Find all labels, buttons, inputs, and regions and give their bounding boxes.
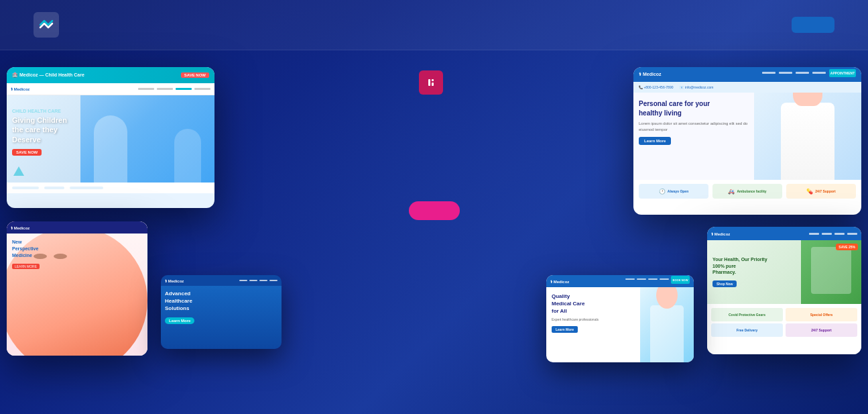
- elementor-badge: [419, 70, 450, 95]
- logo-area: [34, 12, 66, 38]
- navbar: [0, 0, 868, 50]
- hero-section: [0, 50, 868, 220]
- svg-rect-2: [428, 79, 430, 86]
- svg-rect-4: [432, 83, 434, 86]
- purchase-button[interactable]: [792, 17, 834, 33]
- brand-logo-icon: [34, 12, 59, 38]
- svg-rect-1: [426, 77, 436, 88]
- view-demos-button[interactable]: [409, 201, 460, 220]
- svg-rect-3: [432, 79, 434, 81]
- elementor-icon: [419, 70, 443, 95]
